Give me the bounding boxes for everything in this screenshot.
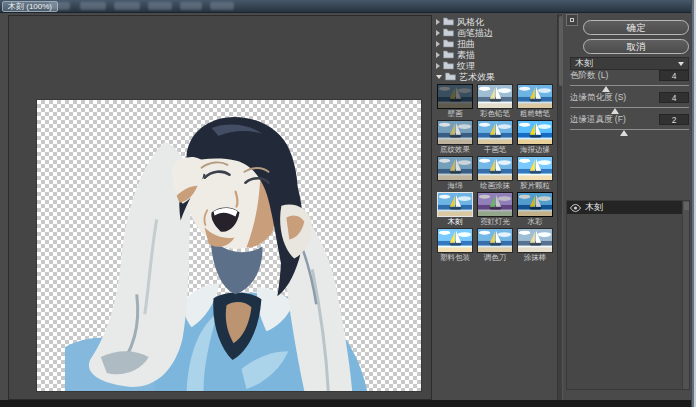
thumbnail-boat-scene — [478, 157, 512, 180]
scrollbar-cap — [684, 202, 689, 210]
chevron-right-icon — [436, 41, 440, 47]
filter-thumbnail[interactable]: 绘画涂抹 — [476, 156, 514, 190]
slider-track[interactable] — [570, 104, 689, 114]
category-item[interactable]: 纹理 — [434, 60, 556, 71]
thumbnail-boat-scene — [438, 229, 472, 252]
thumbnail-boat-scene — [478, 193, 512, 216]
effect-layers-list: 木刻 — [566, 200, 690, 390]
cutout-portrait — [37, 100, 421, 391]
collapse-icon — [570, 18, 574, 22]
filter-thumbnail[interactable]: 壁画 — [436, 84, 474, 118]
chevron-right-icon — [436, 63, 440, 69]
category-item[interactable]: 风格化 — [434, 16, 556, 27]
chevron-right-icon — [436, 52, 440, 58]
category-item[interactable]: 艺术效果 — [434, 71, 556, 82]
filter-thumbnail[interactable]: 海报边缘 — [516, 120, 554, 154]
titlebar-blurred-text — [180, 2, 202, 10]
filter-thumbnail[interactable]: 干画笔 — [476, 120, 514, 154]
thumbnail-boat-scene — [478, 85, 512, 108]
filter-thumbnail[interactable]: 粗糙蜡笔 — [516, 84, 554, 118]
filter-panel-scrollbar[interactable] — [557, 14, 563, 400]
thumbnail-boat-scene — [438, 121, 472, 144]
chevron-down-icon — [678, 62, 684, 66]
slider-value-box[interactable]: 4 — [659, 92, 689, 103]
filter-thumbnail[interactable]: 调色刀 — [476, 228, 514, 262]
slider-group: 色阶数 (L)4 — [570, 70, 689, 92]
thumbnail-boat-scene — [518, 85, 552, 108]
window-bottom-edge — [0, 400, 691, 407]
folder-icon — [443, 50, 454, 59]
titlebar-blurred-text — [48, 2, 70, 10]
slider-label: 色阶数 (L) — [570, 70, 659, 82]
filter-select-value: 木刻 — [575, 57, 678, 70]
thumbnail-boat-scene — [518, 229, 552, 252]
filter-thumbnail[interactable]: 彩色铅笔 — [476, 84, 514, 118]
folder-icon — [443, 61, 454, 70]
cancel-button[interactable]: 取消 — [583, 39, 689, 54]
filter-settings-panel: 确定 取消 木刻 色阶数 (L)4边缘简化度 (S)4边缘逼真度 (F)2 木刻 — [565, 14, 691, 400]
thumbnail-boat-scene — [518, 193, 552, 216]
slider-track[interactable] — [570, 82, 689, 92]
filter-thumbnail[interactable]: 涂抹棒 — [516, 228, 554, 262]
ok-button[interactable]: 确定 — [583, 20, 689, 35]
slider-value-box[interactable]: 2 — [659, 114, 689, 125]
folder-icon — [443, 28, 454, 37]
collapse-thumbnails-button[interactable] — [566, 14, 578, 26]
filter-thumbnail[interactable]: 底纹效果 — [436, 120, 474, 154]
preview-pane[interactable] — [8, 15, 432, 400]
thumbnail-boat-scene — [438, 85, 472, 108]
folder-icon — [443, 17, 454, 26]
thumbnail-boat-scene — [438, 157, 472, 180]
folder-icon — [443, 39, 454, 48]
filter-thumbnail[interactable]: 塑料包装 — [436, 228, 474, 262]
slider-thumb[interactable] — [620, 130, 628, 136]
titlebar-blurred-text — [210, 2, 234, 10]
chevron-down-icon — [436, 75, 442, 79]
titlebar-blurred-text — [148, 2, 172, 10]
thumbnail-boat-scene — [518, 157, 552, 180]
effect-layer-row[interactable]: 木刻 — [567, 201, 689, 214]
thumbnail-boat-scene — [478, 121, 512, 144]
category-item[interactable]: 素描 — [434, 49, 556, 60]
thumbnail-boat-scene — [518, 121, 552, 144]
window-right-edge — [691, 0, 696, 407]
slider-track[interactable] — [570, 126, 689, 136]
category-item[interactable]: 扭曲 — [434, 38, 556, 49]
filter-thumbnail[interactable]: 海绵 — [436, 156, 474, 190]
slider-group: 边缘逼真度 (F)2 — [570, 114, 689, 136]
filter-gallery-window: 木刻 (100%) — [0, 0, 696, 407]
chevron-right-icon — [436, 30, 440, 36]
filter-select[interactable]: 木刻 — [570, 57, 689, 70]
slider-label: 边缘逼真度 (F) — [570, 114, 659, 126]
category-item[interactable]: 画笔描边 — [434, 27, 556, 38]
chevron-right-icon — [436, 19, 440, 25]
filter-thumbnail[interactable]: 水彩 — [516, 192, 554, 226]
filter-thumbnail[interactable]: 木刻 — [436, 192, 474, 226]
titlebar: 木刻 (100%) — [0, 0, 696, 13]
effect-list-scrollbar[interactable] — [682, 201, 689, 389]
slider-value-box[interactable]: 4 — [659, 70, 689, 81]
filter-categories-panel: 风格化画笔描边扭曲素描纹理艺术效果 壁画彩色铅笔粗糙蜡笔底纹效果干画笔海报边缘海… — [434, 14, 556, 400]
titlebar-blurred-text — [114, 2, 140, 10]
scrollbar-thumb[interactable] — [559, 16, 563, 86]
preview-image-canvas — [36, 99, 422, 392]
thumbnail-boat-scene — [478, 229, 512, 252]
folder-icon — [445, 72, 456, 81]
slider-group: 边缘简化度 (S)4 — [570, 92, 689, 114]
filter-thumbnail[interactable]: 胶片颗粒 — [516, 156, 554, 190]
titlebar-blurred-text — [80, 2, 106, 10]
slider-label: 边缘简化度 (S) — [570, 92, 659, 104]
filter-thumbnail[interactable]: 霓虹灯光 — [476, 192, 514, 226]
thumbnail-boat-scene — [438, 193, 472, 216]
visibility-eye-icon[interactable] — [570, 204, 581, 212]
